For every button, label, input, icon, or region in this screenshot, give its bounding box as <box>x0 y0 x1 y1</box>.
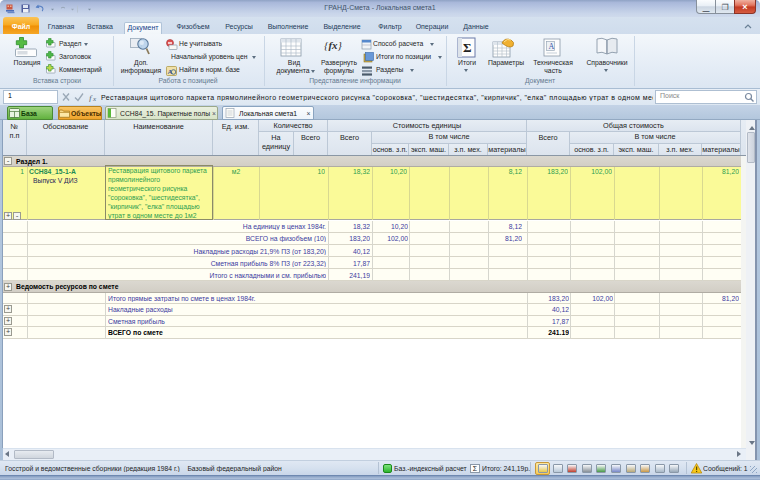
svg-text:Σ: Σ <box>463 40 472 55</box>
svg-text:x: x <box>92 95 97 102</box>
svg-text:A: A <box>549 42 555 51</box>
svg-text:A: A <box>168 68 173 76</box>
